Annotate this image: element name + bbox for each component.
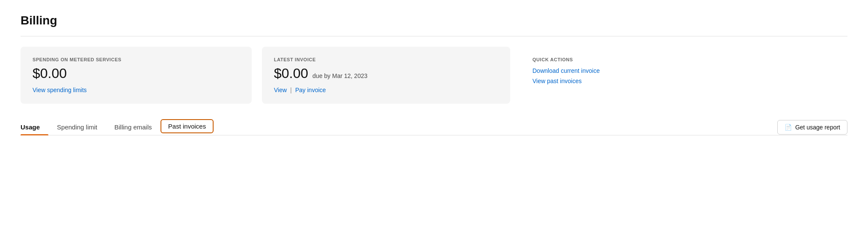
- quick-actions-title: QUICK ACTIONS: [532, 57, 835, 62]
- page-title: Billing: [21, 14, 847, 27]
- view-invoice-link[interactable]: View: [274, 87, 287, 93]
- get-usage-report-button[interactable]: 📄 Get usage report: [777, 120, 847, 135]
- spending-card-label: Spending on metered services: [33, 57, 240, 62]
- quick-actions-section: QUICK ACTIONS Download current invoice V…: [520, 47, 847, 104]
- download-current-invoice-link[interactable]: Download current invoice: [532, 67, 835, 74]
- cards-row: Spending on metered services $0.00 View …: [21, 47, 847, 104]
- tab-past-invoices[interactable]: Past invoices: [161, 119, 214, 133]
- view-past-invoices-link[interactable]: View past invoices: [532, 78, 835, 84]
- page-container: Billing Spending on metered services $0.…: [0, 0, 868, 135]
- document-icon: 📄: [785, 124, 792, 131]
- invoice-due-text: due by Mar 12, 2023: [312, 72, 367, 79]
- tabs-section: Usage Spending limit Billing emails Past…: [21, 119, 847, 135]
- spending-amount: $0.00: [33, 66, 240, 81]
- invoice-actions: View | Pay invoice: [274, 87, 498, 93]
- quick-actions-links: Download current invoice View past invoi…: [532, 67, 835, 84]
- tab-billing-emails[interactable]: Billing emails: [106, 119, 161, 135]
- invoice-amount-row: $0.00 due by Mar 12, 2023: [274, 66, 498, 81]
- spending-card: Spending on metered services $0.00 View …: [21, 47, 252, 104]
- tab-spending-limit[interactable]: Spending limit: [48, 119, 106, 135]
- pay-invoice-link[interactable]: Pay invoice: [295, 87, 326, 93]
- invoice-card-label: LATEST INVOICE: [274, 57, 498, 62]
- get-usage-report-label: Get usage report: [795, 124, 840, 131]
- invoice-card: LATEST INVOICE $0.00 due by Mar 12, 2023…: [262, 47, 510, 104]
- invoice-amount: $0.00: [274, 66, 308, 81]
- tab-usage[interactable]: Usage: [21, 119, 48, 135]
- view-spending-limits-link[interactable]: View spending limits: [33, 87, 87, 93]
- invoice-separator: |: [290, 87, 292, 93]
- tabs-list: Usage Spending limit Billing emails Past…: [21, 119, 214, 135]
- section-divider: [21, 36, 847, 36]
